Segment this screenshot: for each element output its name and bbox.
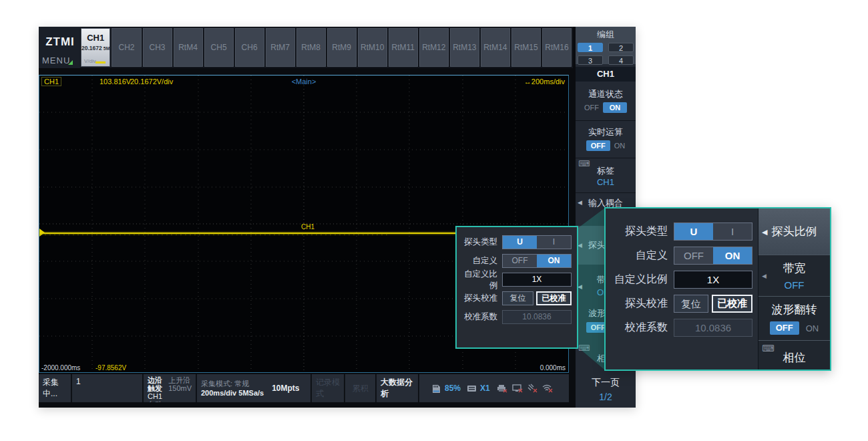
tab-ch2[interactable]: CH2 [112,28,141,67]
cal-coef-label: 校准系数 [461,311,497,323]
group-button-3[interactable]: 3 [578,55,603,65]
acq-mode-value: 常规 [234,380,249,388]
probe-cal-calibrated-button[interactable]: 已校准 [536,291,572,305]
probe-type-label: 探头类型 [461,237,497,248]
custom-on[interactable]: ON [537,255,571,267]
tab-ch3[interactable]: CH3 [143,28,172,67]
trigger-level: 150mV [168,384,192,392]
probe-settings-magnified: 探头类型 U I 自定义 OFF ON 自定义比例 1X 探头校准 [606,208,758,370]
accumulate-button[interactable]: 累积 [345,374,375,402]
menu-button[interactable]: MENU [42,55,70,65]
probe-ratio-menu-item[interactable]: ◀ 探头比例 [758,208,830,255]
cal-coef-label: 校准系数 [610,321,668,335]
probe-type-i[interactable]: I [537,236,571,249]
sd-card-icon [431,384,441,393]
custom-on[interactable]: ON [713,247,752,264]
custom-segment: OFF ON [502,254,572,268]
probe-type-u[interactable]: U [503,236,537,249]
magnified-callout: 探头类型 U I 自定义 OFF ON 自定义比例 1X 探头校准 [604,207,831,371]
acquire-status: 采集中... [39,374,71,402]
invert-menu-item[interactable]: 波形翻转 OFF ON [758,297,830,341]
logo-block: ZTMI MENU [39,27,80,68]
tab-rtm7[interactable]: RtM7 [266,28,295,67]
custom-ratio-label: 自定义比例 [461,269,497,291]
time-left-readout: -2000.000ms [41,364,80,372]
custom-ratio-label: 自定义比例 [610,273,668,287]
acquisition-info[interactable]: 采集模式: 常规 200ms/div 5MSa/s 10Mpts [197,374,310,402]
custom-off[interactable]: OFF [674,247,713,264]
probe-type-segment: U I [674,223,752,241]
probe-cal-label: 探头校准 [461,293,497,304]
phase-menu-item[interactable]: ⌨ 相位 [758,341,830,370]
cal-coef-input: 10.0836 [502,310,572,324]
tab-rtm8[interactable]: RtM8 [296,28,326,67]
probe-type-label: 探头类型 [610,225,668,239]
bigdata-analysis-button[interactable]: 大数据分析 [377,374,418,402]
bandwidth-menu-item[interactable]: ◀ 带宽 OFF [758,255,830,297]
tab-rtm14[interactable]: RtM14 [481,28,510,67]
custom-off[interactable]: OFF [503,255,537,267]
trigger-info[interactable]: 边沿触发 CH1 自动 上升沿 150mV [144,374,196,402]
magnified-menu-column: ◀ 探头比例 ◀ 带宽 OFF 波形翻转 OFF ON ⌨ 相位 [758,208,830,370]
custom-label: 自定义 [610,249,668,263]
tab-rtm9[interactable]: RtM9 [327,28,357,67]
keyboard-icon: ⌨ [762,343,775,353]
voltage-left-readout: -97.8562V [95,364,126,372]
chevron-left-icon: ◀ [762,227,767,236]
tab-rtm4[interactable]: RtM4 [174,28,203,67]
channel-tabs: CH1 20.16725M V/div CH2 CH3 RtM4 CH5 CH6… [81,28,572,67]
acq-mode-label: 采集模式: [201,380,232,388]
custom-label: 自定义 [461,255,497,267]
channel-state-label: 通道状态 [576,88,636,100]
tab-rtm11[interactable]: RtM11 [389,28,418,67]
group-button-1[interactable]: 1 [578,43,603,52]
trace-label: CH1 [301,223,314,231]
scope-tdiv-readout: ↔200ms/div [524,78,565,86]
device-frame: ZTMI MENU CH1 20.16725M V/div CH2 CH3 Rt… [39,27,636,408]
tab-rtm15[interactable]: RtM15 [511,28,541,67]
tab-ch6[interactable]: CH6 [235,28,264,67]
group-panel: 编组 1 2 3 4 [576,27,636,64]
group-title: 编组 [576,27,636,41]
custom-ratio-input[interactable]: 1X [674,271,752,289]
status-bar: 采集中... 1 边沿触发 CH1 自动 上升沿 150mV 采集模式: 常规 … [39,374,569,402]
group-button-4[interactable]: 4 [608,55,634,65]
probe-ratio-icon [467,384,477,393]
probe-type-u[interactable]: U [674,223,713,240]
trigger-type: 边沿触发 [148,376,163,392]
top-bar: ZTMI MENU CH1 20.16725M V/div CH2 CH3 Rt… [39,27,573,68]
tag-label[interactable]: 标签 [576,165,636,177]
trigger-source: CH1 [148,392,163,400]
group-button-2[interactable]: 2 [608,43,634,52]
chevron-left-icon: ◀ [762,273,767,279]
menu-corner-icon [68,60,73,65]
tab-rtm12[interactable]: RtM12 [419,28,449,67]
probe-settings-popup: 探头类型 U I 自定义 OFF ON 自定义比例 1X 探头校准 复位 已校准 [455,226,578,349]
tab-rtm10[interactable]: RtM10 [358,28,387,67]
realtime-calc-toggle[interactable]: OFF ON [576,140,636,151]
brand-logo: ZTMI [42,35,78,49]
probe-cal-reset-button[interactable]: 复位 [502,291,533,305]
cal-coef-input: 10.0836 [674,319,752,337]
custom-ratio-input[interactable]: 1X [502,273,572,287]
acquire-count: 1 [72,374,142,402]
probe-type-i[interactable]: I [713,223,752,240]
tab-ch1[interactable]: CH1 20.16725M V/div [81,28,110,67]
probe-cal-calibrated-button[interactable]: 已校准 [712,295,752,313]
satellite-disconnected-icon [527,384,538,393]
tag-value: CH1 [576,177,636,187]
custom-segment: OFF ON [674,247,752,265]
ch1-waveform-noise [40,235,387,235]
channel-state-toggle[interactable]: OFF ON [576,102,636,113]
tab-rtm16[interactable]: RtM16 [542,28,572,67]
probe-cal-reset-button[interactable]: 复位 [674,295,708,313]
tab-rtm13[interactable]: RtM13 [450,28,479,67]
scope-main-label: <Main> [39,78,568,86]
system-icons: 85% X1 [419,374,569,402]
next-page-button[interactable]: 下一页 1/2 [576,377,636,402]
probe-cal-label: 探头校准 [610,297,668,311]
tab-ch5[interactable]: CH5 [204,28,234,67]
record-mode-button[interactable]: 记录模式 [312,374,344,402]
realtime-calc-label: 实时运算 [576,126,636,138]
time-right-readout: 0.000ms [540,364,566,372]
